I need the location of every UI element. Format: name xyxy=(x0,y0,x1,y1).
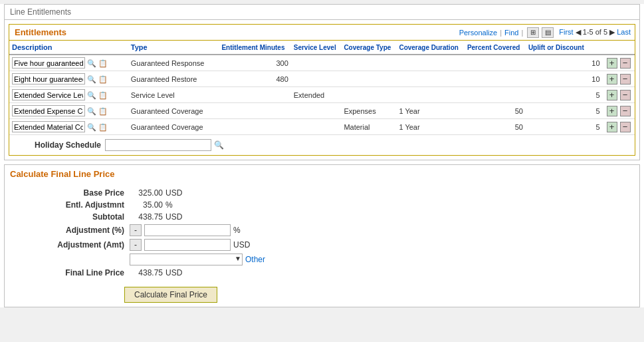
entitlements-box: Entitlements Personalize | Find | ⊞ ▤ Fi… xyxy=(9,24,635,156)
cell-pctcov-1 xyxy=(465,71,526,87)
cell-uplift-0: 10 xyxy=(526,55,603,71)
table-row: 🔍 📋 Guaranteed Coverage Material 1 Year … xyxy=(9,119,635,135)
cell-covtype-2 xyxy=(341,87,396,103)
desc-search-icon-3[interactable]: 🔍 xyxy=(87,107,96,115)
remove-row-btn-4[interactable]: − xyxy=(620,122,631,132)
holiday-schedule-row: Holiday Schedule 🔍 xyxy=(9,135,635,155)
cell-entmin-3 xyxy=(219,103,290,119)
remove-row-btn-0[interactable]: − xyxy=(620,58,631,69)
desc-detail-icon-3[interactable]: 📋 xyxy=(98,107,108,115)
table-header-row: Description Type Entitlement Minutes Ser… xyxy=(9,41,635,55)
cell-covdur-0 xyxy=(396,55,464,71)
subtotal-row: Subtotal 438.75 USD xyxy=(5,212,626,222)
remove-row-btn-2[interactable]: − xyxy=(620,90,631,100)
adjustment-amt-unit: USD xyxy=(233,240,250,250)
table-row: 🔍 📋 Guaranteed Response 300 10 + − xyxy=(9,55,635,71)
col-header-uplift: Uplift or Discount xyxy=(526,41,603,55)
base-price-row: Base Price 325.00 USD xyxy=(5,188,626,198)
remove-row-btn-1[interactable]: − xyxy=(620,74,631,85)
adjustment-pct-row: Adjustment (%) - % xyxy=(5,224,626,236)
cell-covtype-1 xyxy=(341,71,396,87)
cell-entmin-1: 480 xyxy=(219,71,290,87)
cell-svclevl-1 xyxy=(291,71,342,87)
cell-covdur-2 xyxy=(396,87,464,103)
adjustment-pct-label: Adjustment (%) xyxy=(5,226,124,235)
desc-search-icon-1[interactable]: 🔍 xyxy=(87,75,96,83)
cell-type-4: Guaranteed Coverage xyxy=(128,119,219,135)
first-link[interactable]: First xyxy=(559,28,573,36)
desc-input-4[interactable] xyxy=(12,121,85,132)
holiday-schedule-input[interactable] xyxy=(105,139,211,151)
adjustment-amt-btn[interactable]: - xyxy=(130,239,142,251)
entl-adjustment-row: Entl. Adjustmnt 35.00 % xyxy=(5,200,626,210)
adjustment-pct-btn[interactable]: - xyxy=(130,224,142,236)
calculate-final-price-button[interactable]: Calculate Final Price xyxy=(124,287,217,303)
last-link[interactable]: Last xyxy=(617,28,631,36)
holiday-schedule-label: Holiday Schedule xyxy=(15,140,101,150)
table-toolbar: Personalize | Find | ⊞ ▤ First ◀ 1-5 of … xyxy=(455,26,635,39)
other-link[interactable]: Other xyxy=(245,255,265,264)
cell-covtype-4: Material xyxy=(341,119,396,135)
pagination: First ◀ 1-5 of 5 ▶ Last xyxy=(559,28,631,37)
other-select[interactable] xyxy=(130,254,243,265)
cell-type-1: Guaranteed Restore xyxy=(128,71,219,87)
final-price-currency: USD xyxy=(165,268,182,277)
base-price-currency: USD xyxy=(165,188,182,198)
list-icon[interactable]: ▤ xyxy=(542,27,554,38)
cell-entmin-4 xyxy=(219,119,290,135)
add-row-btn-3[interactable]: + xyxy=(607,106,617,116)
find-link[interactable]: Find xyxy=(504,29,518,37)
desc-detail-icon-1[interactable]: 📋 xyxy=(98,75,108,83)
cell-svclevl-3 xyxy=(291,103,342,119)
desc-detail-icon-4[interactable]: 📋 xyxy=(98,123,108,131)
desc-input-0[interactable] xyxy=(12,57,85,69)
cell-description-2: 🔍 📋 xyxy=(9,87,128,103)
desc-input-3[interactable] xyxy=(12,105,85,116)
cell-pctcov-2 xyxy=(465,87,526,103)
desc-detail-icon-0[interactable]: 📋 xyxy=(98,59,108,67)
cell-actions-1: + − xyxy=(603,71,635,87)
adjustment-amt-row: Adjustment (Amt) - USD xyxy=(5,239,626,251)
cell-actions-3: + − xyxy=(603,103,635,119)
desc-detail-icon-2[interactable]: 📋 xyxy=(98,91,108,99)
other-row: ▼ Other xyxy=(5,254,626,265)
add-row-btn-0[interactable]: + xyxy=(607,58,617,69)
holiday-search-icon[interactable]: 🔍 xyxy=(214,140,224,150)
col-header-type: Type xyxy=(128,41,219,55)
subtotal-value: 438.75 xyxy=(130,212,163,222)
add-row-btn-2[interactable]: + xyxy=(607,90,617,100)
other-select-wrapper: ▼ xyxy=(130,254,243,265)
col-header-percent-covered: Percent Covered xyxy=(465,41,526,55)
cell-entmin-2 xyxy=(219,87,290,103)
col-header-actions xyxy=(603,41,635,55)
cell-actions-4: + − xyxy=(603,119,635,135)
page-wrapper: Line Entitlements Entitlements Personali… xyxy=(0,4,644,307)
desc-input-1[interactable] xyxy=(12,73,85,85)
table-row: 🔍 📋 Service Level Extended 5 + − xyxy=(9,87,635,103)
desc-search-icon-2[interactable]: 🔍 xyxy=(87,91,96,99)
personalize-link[interactable]: Personalize xyxy=(459,29,497,37)
desc-search-icon-4[interactable]: 🔍 xyxy=(87,123,96,131)
cell-pctcov-4: 50 xyxy=(465,119,526,135)
adjustment-amt-input[interactable] xyxy=(144,239,231,251)
desc-search-icon-0[interactable]: 🔍 xyxy=(87,59,96,67)
entl-adjustment-label: Entl. Adjustmnt xyxy=(5,200,124,210)
desc-input-2[interactable] xyxy=(12,89,85,100)
cell-covtype-3: Expenses xyxy=(341,103,396,119)
cell-actions-0: + − xyxy=(603,55,635,71)
col-header-description: Description xyxy=(9,41,128,55)
adjustment-pct-unit: % xyxy=(233,226,241,235)
grid-icon[interactable]: ⊞ xyxy=(527,27,539,38)
cell-covdur-4: 1 Year xyxy=(396,119,464,135)
remove-row-btn-3[interactable]: − xyxy=(620,106,631,116)
add-row-btn-1[interactable]: + xyxy=(607,74,617,85)
adjustment-pct-input[interactable] xyxy=(144,224,231,236)
cell-covdur-3: 1 Year xyxy=(396,103,464,119)
add-row-btn-4[interactable]: + xyxy=(607,122,617,132)
calculate-title: Calculate Final Line Price xyxy=(5,165,639,183)
cell-uplift-2: 5 xyxy=(526,87,603,103)
calculate-grid: Base Price 325.00 USD Entl. Adjustmnt 35… xyxy=(5,183,639,283)
cell-covdur-1 xyxy=(396,71,464,87)
cell-type-3: Guaranteed Coverage xyxy=(128,103,219,119)
cell-svclevl-4 xyxy=(291,119,342,135)
